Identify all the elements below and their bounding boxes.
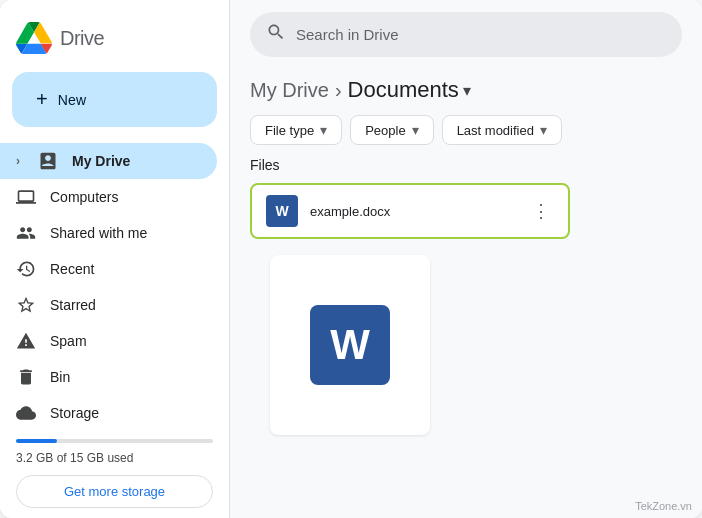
file-preview-word-icon: W <box>310 305 390 385</box>
main-content: Search in Drive My Drive › Documents ▾ F… <box>230 0 702 518</box>
sidebar-item-computers[interactable]: Computers <box>0 179 217 215</box>
sidebar-item-bin-label: Bin <box>50 369 70 385</box>
sidebar-item-my-drive-label: My Drive <box>72 153 130 169</box>
filter-bar: File type ▾ People ▾ Last modified ▾ <box>230 111 702 157</box>
storage-bar <box>16 439 213 443</box>
topbar: Search in Drive <box>230 0 702 69</box>
storage-icon <box>16 403 36 423</box>
search-icon <box>266 22 286 47</box>
spam-icon <box>16 331 36 351</box>
sidebar-item-my-drive[interactable]: › My Drive <box>0 143 217 179</box>
filter-people-chevron-icon: ▾ <box>412 122 419 138</box>
sidebar-item-spam[interactable]: Spam <box>0 323 217 359</box>
my-drive-icon <box>38 151 58 171</box>
app-header: Drive <box>0 12 229 72</box>
breadcrumb-current[interactable]: Documents ▾ <box>348 77 471 103</box>
google-drive-logo <box>16 20 52 56</box>
sidebar-item-storage-label: Storage <box>50 405 99 421</box>
sidebar-item-shared-label: Shared with me <box>50 225 147 241</box>
watermark: TekZone.vn <box>635 500 692 512</box>
storage-bar-fill <box>16 439 57 443</box>
sidebar-item-recent-label: Recent <box>50 261 94 277</box>
sidebar-item-recent[interactable]: Recent <box>0 251 217 287</box>
filter-last-modified-chevron-icon: ▾ <box>540 122 547 138</box>
sidebar-item-starred[interactable]: Starred <box>0 287 217 323</box>
files-section: Files W example.docx ⋮ W <box>230 157 702 518</box>
sidebar-item-computers-label: Computers <box>50 189 118 205</box>
word-file-icon: W <box>266 195 298 227</box>
filter-file-type-button[interactable]: File type ▾ <box>250 115 342 145</box>
search-placeholder: Search in Drive <box>296 26 399 43</box>
starred-icon <box>16 295 36 315</box>
sidebar-item-storage[interactable]: Storage <box>0 395 217 431</box>
computers-icon <box>16 187 36 207</box>
sidebar-item-starred-label: Starred <box>50 297 96 313</box>
breadcrumb-current-label: Documents <box>348 77 459 103</box>
filter-last-modified-button[interactable]: Last modified ▾ <box>442 115 562 145</box>
sidebar-item-bin[interactable]: Bin <box>0 359 217 395</box>
get-storage-button[interactable]: Get more storage <box>16 475 213 508</box>
filter-people-button[interactable]: People ▾ <box>350 115 433 145</box>
sidebar-item-spam-label: Spam <box>50 333 87 349</box>
new-button-label: New <box>58 92 86 108</box>
storage-text: 3.2 GB of 15 GB used <box>16 451 213 465</box>
filter-file-type-chevron-icon: ▾ <box>320 122 327 138</box>
file-name: example.docx <box>310 204 516 219</box>
file-item-example-docx[interactable]: W example.docx ⋮ <box>250 183 570 239</box>
filter-file-type-label: File type <box>265 123 314 138</box>
dropdown-arrow-icon: ▾ <box>463 81 471 100</box>
breadcrumb: My Drive › Documents ▾ <box>230 69 702 111</box>
files-heading: Files <box>250 157 682 173</box>
app-title: Drive <box>60 27 104 50</box>
sidebar-nav: › My Drive Computers <box>0 143 229 431</box>
bin-icon <box>16 367 36 387</box>
filter-people-label: People <box>365 123 405 138</box>
storage-section: 3.2 GB of 15 GB used Get more storage <box>0 431 229 518</box>
filter-last-modified-label: Last modified <box>457 123 534 138</box>
plus-icon: + <box>36 88 48 111</box>
new-button[interactable]: + New <box>12 72 217 127</box>
search-bar[interactable]: Search in Drive <box>250 12 682 57</box>
chevron-icon: › <box>16 154 20 168</box>
sidebar-item-shared-with-me[interactable]: Shared with me <box>0 215 217 251</box>
breadcrumb-parent[interactable]: My Drive <box>250 79 329 102</box>
file-preview-card: W <box>270 255 430 435</box>
breadcrumb-separator-icon: › <box>335 79 342 102</box>
sidebar: Drive + New › My Drive <box>0 0 230 518</box>
shared-icon <box>16 223 36 243</box>
file-menu-icon[interactable]: ⋮ <box>528 196 554 226</box>
recent-icon <box>16 259 36 279</box>
